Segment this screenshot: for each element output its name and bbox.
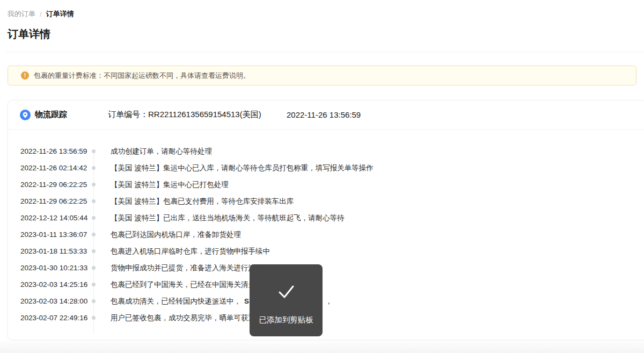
- event-description: 【美国 波特兰】集运中心已入库，请耐心等待仓库员打包称重，填写报关单等操作: [111, 163, 374, 173]
- timeline-event-row: 2023-01-11 13:36:07包裹已到达国内机场口岸，准备卸货处理: [8, 226, 644, 243]
- event-description: 包裹已到达国内机场口岸，准备卸货处理: [111, 230, 241, 240]
- event-text: 【美国 波特兰】集运中心已打包处理: [111, 181, 229, 189]
- timeline-dot-icon: [92, 283, 96, 286]
- timeline-dot-icon: [92, 299, 96, 303]
- event-text: 成功创建订单，请耐心等待处理: [111, 147, 212, 155]
- warning-icon: !: [21, 71, 29, 80]
- event-timestamp: 2022-12-12 14:05:44: [20, 214, 96, 222]
- page-title: 订单详情: [8, 27, 50, 41]
- page-footer-strip: [0, 341, 644, 353]
- event-description: 成功创建订单，请耐心等待处理: [111, 147, 212, 156]
- breadcrumb: 我的订单 / 订单详情: [8, 9, 74, 19]
- event-text: 【美国 波特兰】集运中心已入库，请耐心等待仓库员打包称重，填写报关单等操作: [111, 164, 374, 172]
- timeline-dot-icon: [92, 233, 96, 236]
- event-timestamp: 2023-02-03 14:28:00: [20, 297, 96, 305]
- header-divider: [6, 52, 644, 52]
- timeline-event-row: 2023-02-03 14:28:00包裹成功清关，已经转国内快递派送中，SF1…: [8, 293, 644, 309]
- timeline-event-row: 2022-11-29 06:22:25【美国 波特兰】包裹已支付费用，等待仓库安…: [8, 193, 644, 210]
- toast-message: 已添加到剪贴板: [259, 315, 313, 325]
- event-timestamp: 2022-11-26 13:56:59: [20, 147, 96, 155]
- breadcrumb-my-orders[interactable]: 我的订单: [8, 9, 35, 19]
- breadcrumb-order-detail: 订单详情: [46, 9, 74, 19]
- event-description: 【美国 波特兰】包裹已支付费用，等待仓库安排装车出库: [111, 197, 294, 206]
- timeline-dot-icon: [92, 249, 96, 253]
- clipboard-toast: 已添加到剪贴板: [250, 264, 323, 336]
- event-timestamp: 2023-02-07 22:49:16: [20, 314, 96, 322]
- weight-notice-banner: ! 包裹的重量计费标准：不同国家起运磅数不同，具体请查看运费说明。: [8, 66, 636, 85]
- event-description: 【美国 波特兰】已出库，送往当地机场海关，等待航班起飞，请耐心等待: [111, 213, 345, 223]
- timeline-event-row: 2022-11-26 02:14:42【美国 波特兰】集运中心已入库，请耐心等待…: [8, 160, 644, 176]
- logistics-tracking-card: 物流跟踪 订单编号：RR221126135659154513(美国) 2022-…: [8, 100, 644, 340]
- event-timestamp: 2023-01-18 11:53:33: [20, 247, 96, 255]
- event-description: 货物申报成功并已提货，准备进入海关进行清关: [111, 263, 263, 273]
- timeline-dot-icon: [92, 166, 96, 170]
- order-created-time: 2022-11-26 13:56:59: [287, 110, 361, 119]
- event-text-continuation: ，: [325, 297, 333, 306]
- event-text: 包裹进入机场口岸临时仓库，进行货物申报手续中: [111, 247, 270, 255]
- timeline-list: 2022-11-26 13:56:59成功创建订单，请耐心等待处理2022-11…: [8, 129, 644, 326]
- event-timestamp: 2022-11-29 06:22:25: [20, 197, 96, 205]
- event-timestamp: 2023-01-30 10:21:33: [20, 264, 96, 272]
- timeline-event-row: 2023-02-07 22:49:16用户已签收包裹，成功交易完毕，晒单可获返利…: [8, 309, 644, 326]
- timeline-event-row: 2022-11-29 06:22:25【美国 波特兰】集运中心已打包处理: [8, 176, 644, 193]
- event-text: 货物申报成功并已提货，准备进入海关进行清关: [111, 264, 263, 272]
- tracking-card-header: 物流跟踪 订单编号：RR221126135659154513(美国) 2022-…: [8, 100, 644, 129]
- timeline-dot-icon: [92, 316, 96, 320]
- timeline-event-row: 2022-11-26 13:56:59成功创建订单，请耐心等待处理: [8, 143, 644, 160]
- timeline-event-row: 2022-12-12 14:05:44【美国 波特兰】已出库，送往当地机场海关，…: [8, 210, 644, 226]
- timeline-dot-icon: [92, 266, 96, 270]
- timeline-event-row: 2023-01-18 11:53:33包裹进入机场口岸临时仓库，进行货物申报手续…: [8, 243, 644, 260]
- timeline-dot-icon: [92, 199, 96, 203]
- event-timestamp: 2023-01-11 13:36:07: [20, 230, 96, 239]
- event-timestamp: 2022-11-26 02:14:42: [20, 164, 96, 172]
- tracking-card-title: 物流跟踪: [35, 110, 67, 120]
- weight-notice-text: 包裹的重量计费标准：不同国家起运磅数不同，具体请查看运费说明。: [34, 71, 250, 81]
- timeline-dot-icon: [92, 216, 96, 220]
- event-text: 【美国 波特兰】已出库，送往当地机场海关，等待航班起飞，请耐心等待: [111, 214, 345, 222]
- timeline-event-row: 2023-01-30 10:21:33货物申报成功并已提货，准备进入海关进行清关: [8, 260, 644, 276]
- event-text: 包裹已到达国内机场口岸，准备卸货处理: [111, 230, 241, 239]
- order-number[interactable]: 订单编号：RR221126135659154513(美国): [108, 110, 261, 120]
- location-pin-icon: [20, 110, 31, 120]
- event-timestamp: 2023-02-03 14:25:16: [20, 280, 96, 289]
- event-text: 【美国 波特兰】包裹已支付费用，等待仓库安排装车出库: [111, 197, 294, 205]
- event-description: 【美国 波特兰】集运中心已打包处理: [111, 180, 229, 190]
- breadcrumb-separator: /: [40, 10, 42, 18]
- event-description: 包裹进入机场口岸临时仓库，进行货物申报手续中: [111, 247, 270, 256]
- timeline-event-row: 2023-02-03 14:25:16包裹已经到了中国海关，已经在中国海关清关中…: [8, 276, 644, 293]
- event-timestamp: 2022-11-29 06:22:25: [20, 181, 96, 189]
- timeline-dot-icon: [92, 183, 96, 186]
- check-icon: [273, 278, 299, 304]
- timeline-dot-icon: [92, 149, 96, 153]
- event-text: 包裹成功清关，已经转国内快递派送中，: [111, 297, 241, 305]
